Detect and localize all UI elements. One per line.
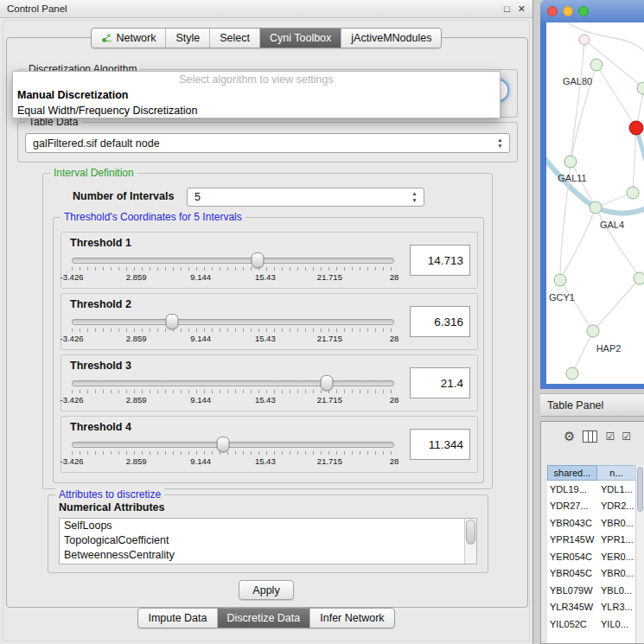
float-window-icon[interactable]: □ (504, 3, 510, 14)
tab-select-label: Select (220, 32, 250, 44)
threshold-3-slider[interactable]: -3.426 2.859 9.144 15.43 21.715 28 (72, 374, 394, 409)
cell[interactable]: YDR2... (597, 501, 636, 511)
network-node-gcy1[interactable] (554, 274, 567, 287)
network-canvas[interactable]: GAL80GAL11GAL4GCY1HAP2 (546, 22, 644, 384)
number-of-intervals-combobox[interactable]: 5 ▲ ▼ (187, 188, 424, 207)
minimize-traffic-light[interactable] (563, 6, 573, 16)
table-scrollbar-thumb[interactable] (637, 467, 643, 512)
table-row[interactable]: YLR345WYLR3... (547, 599, 636, 616)
network-node[interactable] (579, 35, 590, 46)
gear-icon[interactable]: ⚙ (564, 429, 575, 444)
scale-label: 28 (390, 456, 399, 466)
cell[interactable]: YDR27... (547, 501, 597, 511)
cell[interactable]: YBL0... (597, 585, 636, 596)
numerical-attributes-list[interactable]: SelfLoops TopologicalCoefficient Between… (59, 518, 477, 564)
network-node[interactable] (629, 121, 644, 136)
slider-track[interactable] (72, 380, 394, 386)
select-all-checkbox-icon[interactable]: ☑ (605, 430, 614, 443)
table-row[interactable]: YBL079WYBL0... (547, 582, 636, 599)
cell[interactable]: YBR045C (547, 568, 597, 578)
dropdown-placeholder-option[interactable]: Select algorithm to view settings (13, 72, 500, 87)
slider-ticks (72, 328, 394, 332)
deselect-all-checkbox-icon[interactable]: ☑ (622, 430, 630, 443)
table-row[interactable]: YDL19...YDL1... (547, 481, 636, 498)
tab-cyni-toolbox-label: Cyni Toolbox (270, 32, 331, 44)
threshold-2-slider[interactable]: -3.426 2.859 9.144 15.43 21.715 28 (72, 313, 394, 348)
slider-thumb[interactable] (217, 437, 230, 452)
threshold-4-slider[interactable]: -3.426 2.859 9.144 15.43 21.715 28 (72, 436, 394, 470)
slider-track[interactable] (72, 258, 394, 264)
tab-impute-data[interactable]: Impute Data (138, 609, 216, 628)
dropdown-option-manual[interactable]: Manual Discretization (13, 87, 500, 103)
tab-jactivemnodules[interactable]: jActiveMNodules (341, 29, 441, 48)
slider-thumb[interactable] (165, 314, 178, 329)
cell[interactable]: YER054C (547, 552, 597, 562)
close-traffic-light[interactable] (547, 6, 558, 16)
cell[interactable]: YIL0... (597, 619, 636, 629)
columns-icon[interactable] (583, 430, 597, 443)
list-item[interactable]: BetweennessCentrality (60, 548, 476, 563)
threshold-1-value-field[interactable]: 14.713 (410, 245, 470, 276)
network-node-label: GAL4 (600, 220, 624, 230)
network-node-hap2[interactable] (587, 325, 600, 338)
table-scrollbar[interactable] (635, 465, 644, 643)
tab-discretize-data[interactable]: Discretize Data (217, 609, 310, 628)
table-row[interactable]: YDR27...YDR2... (547, 498, 636, 515)
slider-track[interactable] (72, 319, 394, 325)
cell[interactable]: YLR3... (597, 602, 636, 612)
cell[interactable]: YBR0... (597, 568, 636, 578)
network-node[interactable] (566, 367, 579, 380)
list-scrollbar[interactable] (464, 519, 476, 564)
threshold-3-value-field[interactable]: 21.4 (410, 367, 470, 399)
threshold-2-value-field[interactable]: 6.316 (410, 306, 470, 337)
cell[interactable]: YPR1... (597, 534, 636, 545)
apply-button[interactable]: Apply (239, 580, 294, 600)
table-row[interactable]: YBR043CYBR0... (547, 514, 636, 532)
table-row[interactable]: YBR045CYBR0... (547, 565, 636, 583)
list-item[interactable]: SelfLoops (60, 519, 476, 533)
scale-label: 15.43 (255, 334, 276, 343)
table-data-combobox[interactable]: galFiltered.sif default node ▲ ▼ (25, 133, 510, 153)
threshold-1-slider[interactable]: -3.426 2.859 9.144 15.43 21.715 28 (72, 252, 394, 286)
table-row[interactable]: YIL052CYIL0... (547, 615, 636, 633)
scale-label: 2.859 (126, 456, 147, 466)
network-node[interactable] (627, 187, 640, 200)
slider-thumb[interactable] (252, 252, 265, 268)
network-node[interactable] (637, 82, 644, 95)
tab-style[interactable]: Style (165, 29, 209, 48)
dropdown-option-equal-width[interactable]: Equal Width/Frequency Discretization (13, 103, 500, 118)
cell[interactable]: YBL079W (547, 585, 597, 596)
slider-track[interactable] (72, 442, 394, 448)
bottom-tab-bar: Impute Data Discretize Data Infer Networ… (0, 608, 532, 628)
tab-select[interactable]: Select (209, 29, 259, 48)
table-row[interactable]: YER054CYER0... (547, 548, 636, 565)
zoom-traffic-light[interactable] (578, 6, 589, 16)
cell[interactable]: YDL1... (597, 484, 636, 494)
network-node-gal80[interactable] (590, 59, 603, 72)
slider-thumb[interactable] (320, 375, 333, 391)
table-toolbar: ⚙ ☑ ☑ (541, 422, 644, 451)
table-row[interactable]: YPR145WYPR1... (547, 532, 636, 549)
close-icon[interactable]: ✕ (518, 3, 526, 15)
cell[interactable]: YBR0... (597, 518, 636, 528)
cell[interactable]: YPR145W (547, 534, 597, 545)
tab-network[interactable]: Network (92, 29, 166, 48)
network-node[interactable] (634, 272, 644, 285)
threshold-4-value-field[interactable]: 11.344 (410, 429, 470, 460)
cell[interactable]: YLR345W (547, 602, 597, 612)
column-header-name[interactable]: n... (597, 465, 636, 481)
network-node-gal11[interactable] (564, 156, 577, 169)
tab-cyni-toolbox[interactable]: Cyni Toolbox (259, 29, 341, 48)
tab-infer-network[interactable]: Infer Network (309, 609, 393, 628)
slider-scale: -3.426 2.859 9.144 15.43 21.715 28 (72, 334, 394, 343)
column-header-shared[interactable]: shared... (547, 465, 597, 481)
cell[interactable]: YER0... (597, 552, 636, 562)
cell[interactable]: YIL052C (547, 619, 597, 629)
number-of-intervals-label: Number of Intervals (73, 190, 174, 202)
cell[interactable]: YBR043C (547, 518, 597, 528)
threshold-2-label: Threshold 2 (70, 298, 131, 310)
cell[interactable]: YDL19... (547, 484, 597, 494)
network-node-gal4[interactable] (590, 201, 603, 214)
list-scrollbar-thumb[interactable] (466, 520, 475, 545)
list-item[interactable]: TopologicalCoefficient (60, 533, 476, 548)
